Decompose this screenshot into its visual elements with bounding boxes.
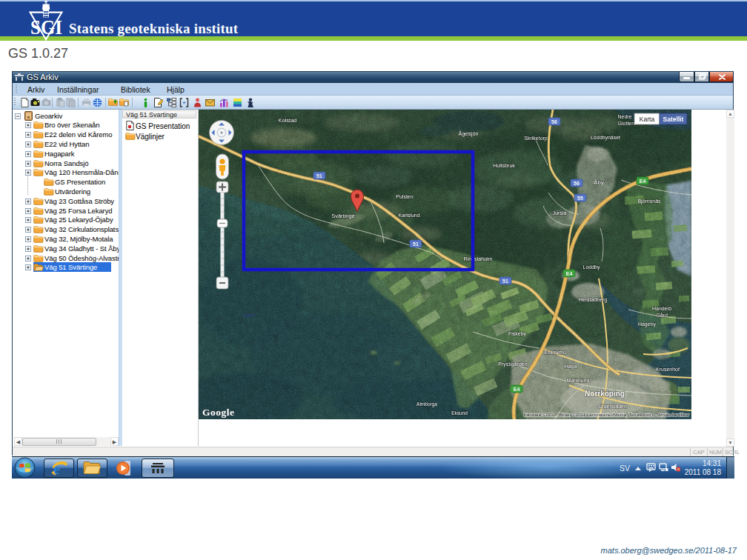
svg-text:Satellit: Satellit <box>663 116 684 123</box>
svg-text:SGI: SGI <box>30 16 62 39</box>
svg-text:e: e <box>53 461 60 477</box>
svg-text:Karta: Karta <box>640 116 655 123</box>
svg-text:Google: Google <box>202 407 235 418</box>
svg-text:Kartdata ©2011 , Bilder ©2011: Kartdata ©2011 , Bilder ©2011 Lantmäteri… <box>524 412 689 417</box>
